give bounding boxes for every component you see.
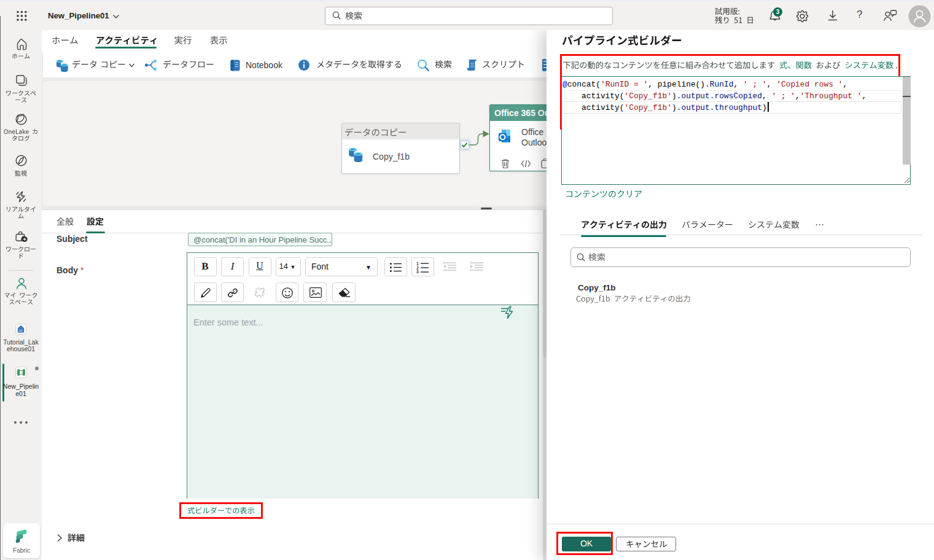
svg-text:3: 3 [416,270,419,273]
svg-text:1: 1 [416,262,419,266]
